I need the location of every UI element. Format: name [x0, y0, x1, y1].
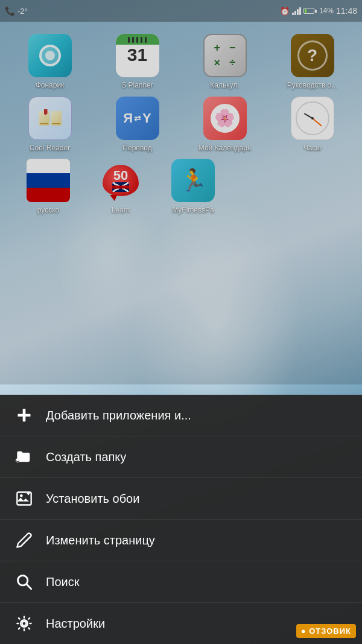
- menu-add-apps[interactable]: Добавить приложения и...: [0, 395, 362, 436]
- svg-rect-1: [18, 414, 31, 417]
- folder-svg: [16, 448, 33, 465]
- settings-label: Настройки: [46, 617, 105, 631]
- menu-change-page[interactable]: Изменить страницу: [0, 520, 362, 561]
- watermark-text: ● ОТЗОВИК: [301, 626, 351, 636]
- wallpaper-label: Установить обои: [46, 492, 139, 506]
- wallpaper-icon: [14, 489, 34, 508]
- wallpaper-svg: [16, 490, 33, 507]
- menu-create-folder[interactable]: Создать папку: [0, 436, 362, 478]
- menu-set-wallpaper[interactable]: Установить обои: [0, 478, 362, 520]
- change-page-label: Изменить страницу: [46, 534, 155, 547]
- context-menu: Добавить приложения и... Создать папку У…: [0, 395, 362, 644]
- menu-search[interactable]: Поиск: [0, 561, 362, 603]
- watermark: ● ОТЗОВИК: [296, 624, 356, 638]
- plus-svg: [16, 407, 33, 424]
- search-icon: [14, 572, 34, 591]
- search-svg: [16, 573, 33, 590]
- svg-line-9: [27, 584, 31, 589]
- edit-svg: [16, 532, 33, 549]
- search-label: Поиск: [46, 575, 79, 589]
- add-apps-label: Добавить приложения и...: [46, 409, 191, 422]
- gear-svg: [16, 615, 33, 632]
- svg-point-5: [17, 459, 19, 462]
- dim-overlay: [0, 0, 362, 384]
- svg-point-10: [22, 622, 27, 626]
- gear-icon: [14, 614, 34, 633]
- create-folder-label: Создать папку: [46, 450, 126, 464]
- edit-icon: [14, 531, 34, 550]
- folder-icon: [14, 447, 34, 467]
- svg-point-7: [20, 494, 23, 497]
- plus-icon: [14, 406, 34, 425]
